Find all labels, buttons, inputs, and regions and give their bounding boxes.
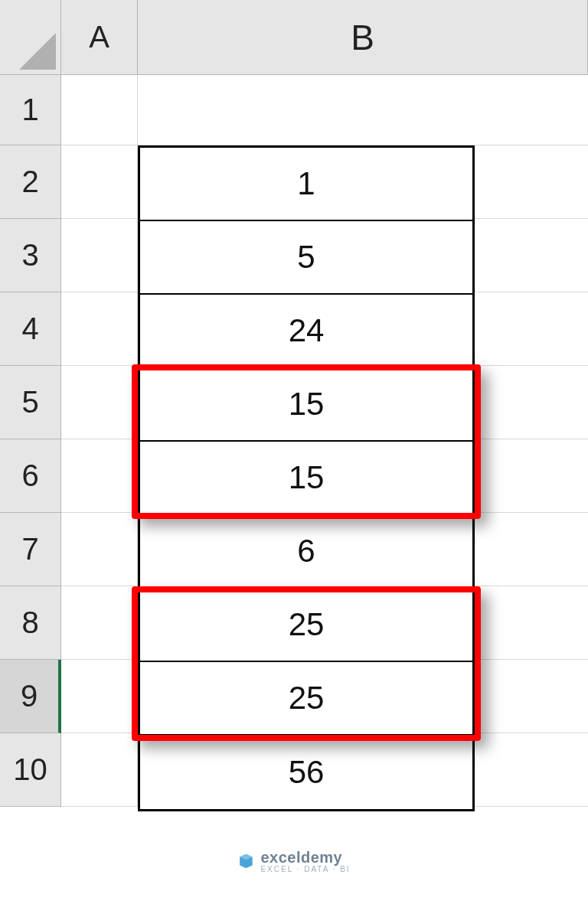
row-header-6[interactable]: 6 <box>0 439 61 513</box>
value-b5[interactable]: 15 <box>140 368 472 442</box>
cell-a5[interactable] <box>61 366 138 439</box>
value-b7[interactable]: 6 <box>140 515 472 589</box>
cell-a9[interactable] <box>61 660 138 733</box>
row-header-10[interactable]: 10 <box>0 733 61 807</box>
row-header-2[interactable]: 2 <box>0 145 61 219</box>
row-header-1[interactable]: 1 <box>0 75 61 145</box>
watermark-tagline: EXCEL · DATA · BI <box>260 865 350 873</box>
data-range-b2-b10: 1 5 24 15 15 6 25 25 56 <box>138 145 475 811</box>
row-header-3[interactable]: 3 <box>0 219 61 292</box>
value-b3[interactable]: 5 <box>140 221 472 295</box>
row-header-5[interactable]: 5 <box>0 366 61 439</box>
watermark: exceldemy EXCEL · DATA · BI <box>237 849 350 873</box>
column-header-a[interactable]: A <box>61 0 138 75</box>
value-b4[interactable]: 24 <box>140 295 472 368</box>
cell-a1[interactable] <box>61 75 138 145</box>
watermark-brand: exceldemy <box>260 849 342 866</box>
cell-a2[interactable] <box>61 145 138 219</box>
cell-a10[interactable] <box>61 733 138 807</box>
cell-a4[interactable] <box>61 292 138 366</box>
row-header-4[interactable]: 4 <box>0 292 61 366</box>
value-b9[interactable]: 25 <box>140 662 472 736</box>
column-header-b[interactable]: B <box>138 0 588 75</box>
cell-b1[interactable] <box>138 75 588 145</box>
exceldemy-logo-icon <box>237 853 254 870</box>
cell-a7[interactable] <box>61 513 138 586</box>
cell-a8[interactable] <box>61 586 138 660</box>
value-b6[interactable]: 15 <box>140 442 472 515</box>
cell-a3[interactable] <box>61 219 138 292</box>
row-header-7[interactable]: 7 <box>0 513 61 586</box>
value-b2[interactable]: 1 <box>140 148 472 221</box>
value-b8[interactable]: 25 <box>140 589 472 662</box>
cell-a6[interactable] <box>61 439 138 513</box>
value-b10[interactable]: 56 <box>140 736 472 809</box>
row-header-9[interactable]: 9 <box>0 660 61 733</box>
row-header-8[interactable]: 8 <box>0 586 61 660</box>
select-all-corner[interactable] <box>0 0 61 75</box>
